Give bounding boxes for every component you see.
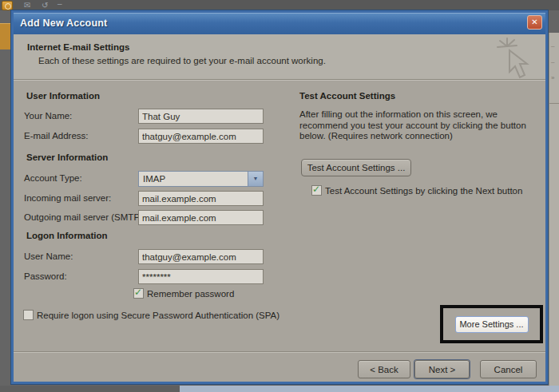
dialog-content: Internet E-mail Settings Each of these s… (14, 34, 545, 382)
test-description: After filling out the information on thi… (299, 109, 541, 142)
next-button[interactable]: Next > (414, 360, 470, 378)
section-server-information: Server Information (26, 152, 108, 162)
ribbon-dash-icon: – (551, 42, 554, 49)
remember-password-label: Remember password (147, 289, 234, 299)
back-button[interactable]: < Back (358, 360, 410, 378)
background-statusbar (180, 386, 559, 392)
background-statusbar-left (0, 386, 180, 392)
section-logon-information: Logon Information (26, 231, 108, 240)
ribbon-chevron-icon: » (551, 74, 554, 81)
check-icon: ✓ (134, 287, 142, 298)
close-icon: ✕ (531, 18, 537, 26)
undo-icon: ↺ (42, 1, 48, 10)
more-settings-highlight-box: More Settings ... (440, 305, 543, 343)
click-cursor-graphic (496, 37, 542, 86)
minimize-dash-icon: – (57, 0, 62, 8)
close-button[interactable]: ✕ (527, 15, 542, 30)
wizard-header: Internet E-mail Settings Each of these s… (14, 34, 545, 80)
email-address-field[interactable] (138, 129, 264, 144)
ribbon-divider (549, 103, 559, 104)
remember-password-checkbox[interactable]: ✓ (133, 288, 144, 299)
spa-label: Require logon using Secure Password Auth… (37, 311, 280, 320)
footer-divider (14, 351, 545, 352)
account-type-label: Account Type: (24, 173, 82, 183)
test-account-settings-button[interactable]: Test Account Settings ... (301, 159, 411, 176)
user-name-field[interactable] (138, 249, 264, 264)
dialog-titlebar[interactable]: Add New Account ✕ (14, 13, 545, 34)
dialog-title: Add New Account (20, 18, 107, 29)
incoming-server-field[interactable] (138, 191, 264, 206)
more-settings-button[interactable]: More Settings ... (455, 316, 529, 333)
your-name-field[interactable] (138, 109, 264, 124)
incoming-server-label: Incoming mail server: (24, 193, 111, 203)
cancel-button[interactable]: Cancel (480, 360, 537, 378)
chevron-down-icon[interactable]: ▼ (248, 172, 263, 186)
section-test-account-settings: Test Account Settings (299, 91, 395, 101)
background-toolbar: ✉ ↺ – (0, 0, 559, 10)
your-name-label: Your Name: (24, 111, 72, 121)
spa-checkbox[interactable] (23, 310, 34, 320)
background-file-tab (0, 23, 10, 49)
account-type-select[interactable]: IMAP ▼ (138, 171, 264, 187)
password-label: Password: (24, 271, 67, 281)
user-name-label: User Name: (24, 251, 73, 261)
auto-test-checkbox[interactable]: ✓ (311, 185, 322, 196)
send-receive-icon: ✉ (24, 1, 30, 10)
outgoing-server-field[interactable] (138, 210, 264, 225)
password-field[interactable] (138, 269, 264, 284)
page-title: Internet E-mail Settings (27, 42, 129, 52)
add-new-account-dialog: Add New Account ✕ Internet E-mail Settin… (11, 10, 548, 384)
outgoing-server-label: Outgoing mail server (SMTP): (24, 212, 145, 222)
section-user-information: User Information (26, 91, 100, 101)
ribbon-dash-icon: – (551, 58, 554, 65)
check-icon: ✓ (312, 184, 320, 195)
screen: { "window": { "title": "Add New Account"… (0, 0, 559, 392)
outlook-app-icon (2, 1, 13, 10)
account-type-value: IMAP (143, 174, 165, 184)
page-subtitle: Each of these settings are required to g… (38, 56, 326, 65)
email-address-label: E-mail Address: (24, 131, 89, 141)
background-ribbon-strip: – – » (549, 33, 559, 386)
auto-test-label: Test Account Settings by clicking the Ne… (325, 186, 522, 196)
